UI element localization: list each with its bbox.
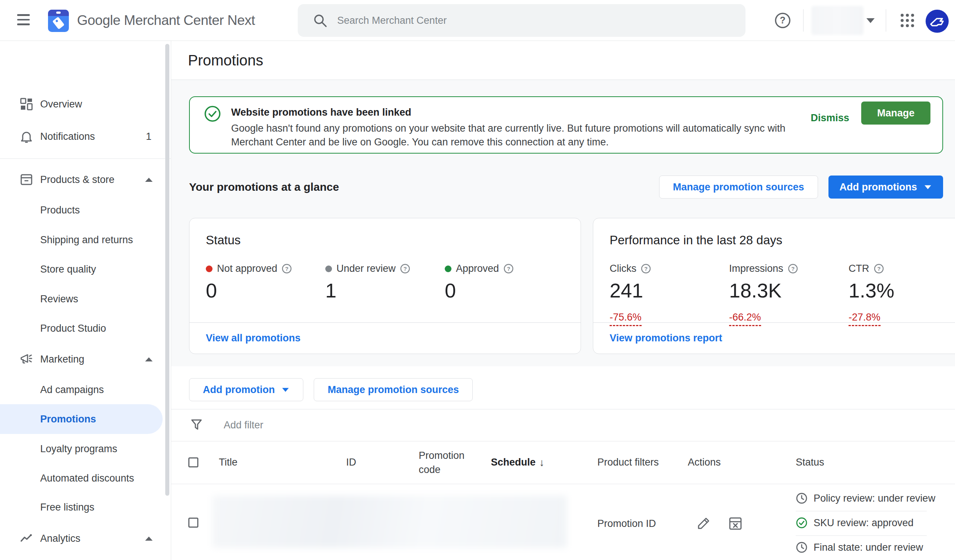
sidebar-item-shipping-returns[interactable]: Shipping and returns [0, 225, 163, 255]
sidebar-item-store-quality[interactable]: Store quality [0, 254, 163, 284]
table-toolbar: Add promotion Manage promotion sources [189, 378, 473, 401]
sidebar-scrollbar[interactable] [165, 44, 169, 496]
remove-schedule-icon[interactable] [727, 515, 744, 532]
add-promotion-button[interactable]: Add promotion [189, 378, 303, 401]
hamburger-menu-icon[interactable] [17, 14, 31, 27]
view-all-promotions-link[interactable]: View all promotions [206, 323, 301, 353]
page-title-band: Promotions [171, 41, 955, 80]
help-icon[interactable]: ? [641, 264, 651, 274]
manage-button[interactable]: Manage [861, 101, 930, 125]
sidebar-item-notifications[interactable]: Notifications 1 [0, 122, 163, 151]
help-icon[interactable]: ? [400, 264, 410, 274]
bell-icon [20, 130, 33, 143]
section-divider [171, 441, 955, 441]
status-final-state: Final state: under review [796, 541, 923, 553]
sidebar-item-product-studio[interactable]: Product Studio [0, 314, 163, 343]
dashboard-icon [20, 98, 33, 111]
help-icon[interactable]: ? [788, 264, 798, 274]
row-checkbox[interactable] [188, 518, 198, 528]
status-policy-review: Policy review: under review [796, 492, 935, 504]
sidebar-item-products[interactable]: Products [0, 195, 163, 225]
box-icon [20, 173, 33, 186]
collapse-caret-icon[interactable] [145, 357, 153, 362]
svg-text:?: ? [780, 15, 785, 25]
svg-text:?: ? [404, 265, 407, 272]
help-icon[interactable]: ? [282, 264, 292, 274]
sidebar-item-automated-discounts[interactable]: Automated discounts [0, 463, 163, 493]
search-bar[interactable] [298, 4, 745, 37]
search-input[interactable] [337, 9, 745, 31]
collapse-caret-icon[interactable] [145, 178, 153, 182]
performance-card-title: Performance in the last 28 days [610, 233, 955, 247]
column-id[interactable]: ID [346, 441, 356, 484]
sidebar-divider [0, 158, 171, 159]
sidebar-item-free-listings[interactable]: Free listings [0, 492, 163, 522]
merchant-center-logo-icon [48, 10, 69, 32]
summary-cards: Status Not approved ? 0 [189, 218, 943, 354]
banner-title: Website promotions have been linked [231, 107, 411, 118]
glance-heading: Your promotions at a glance [189, 181, 659, 193]
clock-icon [796, 541, 808, 553]
edit-icon[interactable] [695, 515, 712, 532]
column-schedule[interactable]: Schedule↓ [491, 441, 545, 484]
status-sku-review: SKU review: approved [796, 517, 914, 529]
manage-promotion-sources-button-2[interactable]: Manage promotion sources [314, 378, 473, 401]
help-icon[interactable]: ? [874, 264, 884, 274]
view-promotions-report-link[interactable]: View promotions report [610, 323, 722, 353]
svg-text:?: ? [507, 265, 510, 272]
status-card: Status Not approved ? 0 [189, 218, 581, 354]
dismiss-button[interactable]: Dismiss [804, 108, 856, 128]
filter-funnel-icon [191, 419, 202, 431]
select-all-checkbox[interactable] [188, 457, 198, 467]
apps-grid-icon[interactable] [899, 12, 916, 29]
avatar[interactable] [925, 9, 949, 33]
main-area: Promotions Website promotions have been … [171, 41, 955, 560]
section-divider [171, 409, 955, 409]
metric-approved: Approved ? 0 [445, 263, 564, 302]
sidebar-item-promotions[interactable]: Promotions [0, 404, 163, 434]
sidebar-item-reviews[interactable]: Reviews [0, 284, 163, 314]
sidebar-section-analytics[interactable]: Analytics [0, 524, 163, 553]
sidebar-item-ad-campaigns[interactable]: Ad campaigns [0, 375, 163, 404]
collapse-caret-icon[interactable] [145, 537, 153, 541]
status-card-footer: View all promotions [189, 322, 581, 354]
column-actions[interactable]: Actions [688, 441, 721, 484]
help-icon[interactable]: ? [504, 264, 514, 274]
promotions-linked-banner: Website promotions have been linked Goog… [189, 96, 943, 154]
column-promotion-code[interactable]: Promotion code [419, 441, 471, 484]
row-product-filters: Promotion ID [597, 518, 656, 529]
app-title: Google Merchant Center Next [77, 0, 255, 41]
add-promotions-button[interactable]: Add promotions [828, 176, 943, 198]
sidebar-item-summary[interactable]: Summary [0, 554, 163, 560]
top-bar: Google Merchant Center Next ? [0, 0, 955, 41]
sidebar-section-products-store[interactable]: Products & store [0, 165, 163, 195]
account-caret-icon[interactable] [866, 18, 875, 23]
megaphone-icon [20, 353, 33, 365]
page-content: Website promotions have been linked Goog… [171, 80, 955, 560]
performance-card: Performance in the last 28 days Clicks ?… [593, 218, 955, 354]
sidebar-item-overview[interactable]: Overview [0, 89, 163, 119]
metric-ctr: CTR ? 1.3% -27.8% [849, 263, 955, 326]
merchant-center-screen: Google Merchant Center Next ? [0, 0, 955, 560]
status-divider [796, 535, 927, 536]
green-status-dot [445, 265, 451, 272]
red-status-dot [206, 265, 213, 272]
add-filter-placeholder[interactable]: Add filter [224, 420, 263, 431]
redacted-row-content [212, 496, 567, 548]
svg-text:?: ? [285, 265, 288, 272]
status-divider [796, 511, 927, 511]
sidebar-item-loyalty-programs[interactable]: Loyalty programs [0, 434, 163, 464]
section-divider [171, 484, 955, 484]
filter-bar[interactable]: Add filter [191, 414, 263, 436]
notifications-count-badge: 1 [146, 122, 152, 151]
help-icon[interactable]: ? [774, 12, 791, 29]
check-circle-icon [796, 517, 808, 529]
manage-promotion-sources-button[interactable]: Manage promotion sources [659, 176, 818, 198]
column-product-filters[interactable]: Product filters [597, 441, 659, 484]
sidebar-section-marketing[interactable]: Marketing [0, 344, 163, 374]
sidebar: Overview Notifications 1 Products & stor… [0, 41, 171, 560]
column-status[interactable]: Status [796, 441, 824, 484]
gray-status-dot [325, 265, 332, 272]
column-title[interactable]: Title [219, 441, 238, 484]
account-switcher[interactable] [811, 6, 863, 35]
